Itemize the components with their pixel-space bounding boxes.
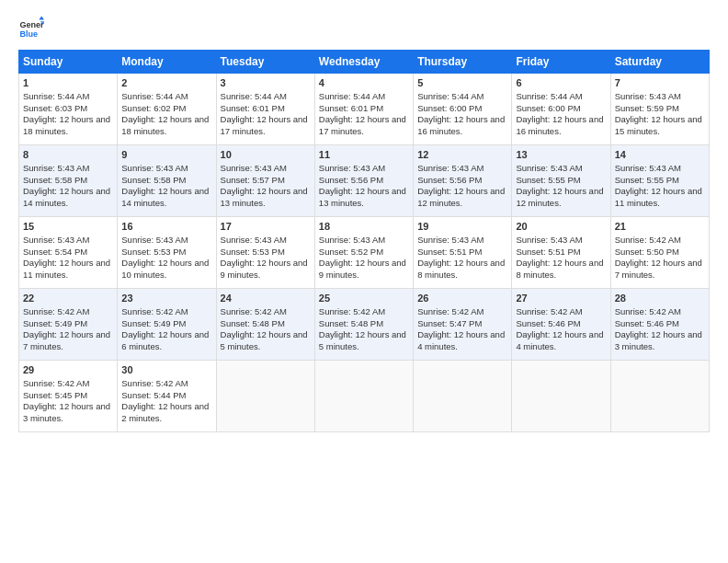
day-number: 25 (319, 292, 409, 305)
day-number: 30 (121, 363, 211, 377)
sunrise: Sunrise: 5:43 AM (319, 235, 385, 245)
daylight: Daylight: 12 hours and 11 minutes. (615, 186, 702, 208)
sunrise: Sunrise: 5:43 AM (319, 163, 385, 173)
header-tuesday: Tuesday (216, 51, 314, 74)
sunset: Sunset: 5:46 PM (516, 318, 580, 328)
day-number: 16 (121, 220, 211, 234)
sunset: Sunset: 5:44 PM (121, 390, 186, 400)
sunset: Sunset: 6:00 PM (417, 103, 482, 113)
sunrise: Sunrise: 5:43 AM (121, 163, 188, 173)
sunrise: Sunrise: 5:44 AM (221, 91, 287, 101)
logo-icon: General Blue (18, 15, 44, 40)
svg-text:General: General (19, 20, 44, 29)
daylight: Daylight: 12 hours and 4 minutes. (516, 329, 603, 351)
day-cell-12: 12Sunrise: 5:43 AMSunset: 5:56 PMDayligh… (414, 145, 512, 217)
sunrise: Sunrise: 5:42 AM (516, 306, 582, 316)
daylight: Daylight: 12 hours and 16 minutes. (417, 114, 505, 136)
sunrise: Sunrise: 5:43 AM (221, 235, 287, 245)
sunset: Sunset: 5:54 PM (23, 247, 87, 257)
sunset: Sunset: 5:45 PM (23, 390, 87, 400)
daylight: Daylight: 12 hours and 8 minutes. (516, 258, 603, 280)
sunset: Sunset: 6:01 PM (319, 103, 383, 113)
daylight: Daylight: 12 hours and 8 minutes. (417, 258, 505, 280)
day-number: 6 (516, 76, 606, 90)
sunset: Sunset: 5:51 PM (417, 247, 482, 257)
day-cell-1: 1Sunrise: 5:44 AMSunset: 6:03 PMDaylight… (19, 74, 118, 145)
day-cell-5: 5Sunrise: 5:44 AMSunset: 6:00 PMDaylight… (414, 74, 512, 145)
daylight: Daylight: 12 hours and 3 minutes. (615, 329, 702, 351)
day-cell-21: 21Sunrise: 5:42 AMSunset: 5:50 PMDayligh… (610, 217, 709, 289)
header: General Blue (18, 15, 710, 40)
daylight: Daylight: 12 hours and 4 minutes. (417, 329, 505, 351)
sunset: Sunset: 5:49 PM (23, 318, 87, 328)
day-cell-28: 28Sunrise: 5:42 AMSunset: 5:46 PMDayligh… (610, 289, 709, 361)
header-friday: Friday (512, 51, 610, 74)
empty-cell (610, 361, 709, 432)
day-number: 1 (23, 76, 113, 90)
day-cell-23: 23Sunrise: 5:42 AMSunset: 5:49 PMDayligh… (118, 289, 216, 361)
daylight: Daylight: 12 hours and 14 minutes. (23, 186, 110, 208)
daylight: Daylight: 12 hours and 15 minutes. (615, 114, 702, 136)
day-number: 3 (221, 76, 311, 90)
day-cell-10: 10Sunrise: 5:43 AMSunset: 5:57 PMDayligh… (216, 145, 314, 217)
sunrise: Sunrise: 5:43 AM (417, 163, 483, 173)
header-saturday: Saturday (610, 51, 709, 74)
sunrise: Sunrise: 5:42 AM (417, 306, 483, 316)
day-cell-2: 2Sunrise: 5:44 AMSunset: 6:02 PMDaylight… (118, 74, 216, 145)
sunrise: Sunrise: 5:43 AM (516, 163, 582, 173)
week-row-3: 15Sunrise: 5:43 AMSunset: 5:54 PMDayligh… (19, 217, 710, 289)
day-number: 29 (23, 363, 113, 377)
sunset: Sunset: 5:48 PM (221, 318, 285, 328)
page: General Blue SundayMondayTuesdayWednesda… (0, 0, 728, 563)
header-monday: Monday (118, 51, 216, 74)
daylight: Daylight: 12 hours and 2 minutes. (121, 401, 209, 423)
day-number: 9 (121, 148, 211, 162)
header-row: SundayMondayTuesdayWednesdayThursdayFrid… (19, 51, 710, 74)
sunrise: Sunrise: 5:44 AM (417, 91, 483, 101)
daylight: Daylight: 12 hours and 13 minutes. (221, 186, 308, 208)
sunset: Sunset: 5:53 PM (221, 247, 285, 257)
empty-cell (512, 361, 610, 432)
sunrise: Sunrise: 5:42 AM (615, 306, 681, 316)
sunset: Sunset: 5:56 PM (417, 175, 482, 185)
day-number: 20 (516, 220, 606, 234)
day-number: 19 (417, 220, 507, 234)
daylight: Daylight: 12 hours and 3 minutes. (23, 401, 110, 423)
sunrise: Sunrise: 5:44 AM (516, 91, 582, 101)
sunset: Sunset: 6:00 PM (516, 103, 580, 113)
day-cell-15: 15Sunrise: 5:43 AMSunset: 5:54 PMDayligh… (19, 217, 118, 289)
sunset: Sunset: 5:49 PM (121, 318, 186, 328)
sunset: Sunset: 5:51 PM (516, 247, 580, 257)
daylight: Daylight: 12 hours and 12 minutes. (417, 186, 505, 208)
week-row-1: 1Sunrise: 5:44 AMSunset: 6:03 PMDaylight… (19, 74, 710, 145)
daylight: Daylight: 12 hours and 11 minutes. (23, 258, 110, 280)
day-cell-26: 26Sunrise: 5:42 AMSunset: 5:47 PMDayligh… (414, 289, 512, 361)
empty-cell (314, 361, 413, 432)
sunrise: Sunrise: 5:42 AM (121, 378, 188, 388)
day-number: 8 (23, 148, 113, 162)
sunrise: Sunrise: 5:42 AM (319, 306, 385, 316)
header-sunday: Sunday (19, 51, 118, 74)
day-cell-7: 7Sunrise: 5:43 AMSunset: 5:59 PMDaylight… (610, 74, 709, 145)
day-number: 7 (615, 76, 705, 90)
week-row-5: 29Sunrise: 5:42 AMSunset: 5:45 PMDayligh… (19, 361, 710, 432)
day-number: 15 (23, 220, 113, 234)
day-number: 10 (221, 148, 311, 162)
day-cell-30: 30Sunrise: 5:42 AMSunset: 5:44 PMDayligh… (118, 361, 216, 432)
sunset: Sunset: 5:56 PM (319, 175, 383, 185)
daylight: Daylight: 12 hours and 10 minutes. (121, 258, 209, 280)
sunrise: Sunrise: 5:44 AM (121, 91, 188, 101)
day-cell-14: 14Sunrise: 5:43 AMSunset: 5:55 PMDayligh… (610, 145, 709, 217)
day-number: 27 (516, 292, 606, 305)
sunset: Sunset: 5:55 PM (615, 175, 679, 185)
day-number: 11 (319, 148, 409, 162)
daylight: Daylight: 12 hours and 7 minutes. (615, 258, 702, 280)
svg-text:Blue: Blue (19, 29, 38, 39)
daylight: Daylight: 12 hours and 13 minutes. (319, 186, 406, 208)
day-cell-17: 17Sunrise: 5:43 AMSunset: 5:53 PMDayligh… (216, 217, 314, 289)
day-cell-20: 20Sunrise: 5:43 AMSunset: 5:51 PMDayligh… (512, 217, 610, 289)
sunrise: Sunrise: 5:42 AM (221, 306, 287, 316)
sunrise: Sunrise: 5:42 AM (23, 306, 89, 316)
daylight: Daylight: 12 hours and 18 minutes. (23, 114, 110, 136)
daylight: Daylight: 12 hours and 5 minutes. (221, 329, 308, 351)
